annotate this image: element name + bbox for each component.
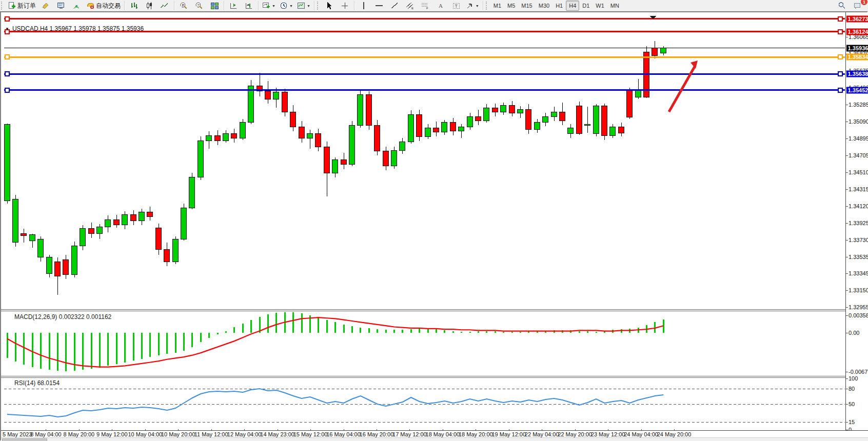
line-handle[interactable] bbox=[838, 30, 842, 34]
trendline-tool-button[interactable] bbox=[387, 0, 402, 11]
rsi-tick-mark bbox=[846, 404, 848, 405]
candle-body bbox=[349, 125, 354, 164]
auto-scroll-button[interactable] bbox=[226, 0, 241, 11]
candle-body bbox=[517, 110, 523, 113]
toolbar-grip[interactable] bbox=[317, 2, 321, 10]
trend-arrow-annotation[interactable] bbox=[669, 61, 698, 112]
time-tick-mark bbox=[178, 429, 179, 431]
horizontal-line-tool-button[interactable] bbox=[371, 0, 387, 11]
price-tick-mark bbox=[846, 307, 848, 308]
candle-body bbox=[383, 151, 388, 166]
candle-body bbox=[155, 228, 161, 249]
line-handle[interactable] bbox=[838, 17, 842, 21]
fibonacci-tool-button[interactable]: F bbox=[418, 0, 433, 11]
timeframe-button-m30[interactable]: M30 bbox=[536, 1, 553, 11]
tile-windows-button[interactable] bbox=[207, 0, 222, 11]
equidistant-channel-tool-button[interactable]: E bbox=[402, 0, 418, 11]
chart-title: USDCAD,H4 1.35967 1.35978 1.35875 1.3593… bbox=[12, 25, 144, 32]
time-axis-label: 9 May 12:00 bbox=[96, 431, 128, 437]
main-chart[interactable] bbox=[4, 13, 845, 309]
price-scale[interactable]: 1.362601.360651.358701.356751.354801.352… bbox=[845, 12, 868, 437]
time-axis-label: 19 May 12:00 bbox=[491, 431, 526, 437]
candle-body bbox=[198, 141, 203, 177]
chart-shift-button[interactable] bbox=[241, 0, 257, 11]
line-handle[interactable] bbox=[838, 88, 842, 92]
crosshair-tool-button[interactable] bbox=[337, 0, 352, 11]
time-tick-mark bbox=[377, 429, 377, 431]
autotrade-button[interactable]: 自动交易 bbox=[84, 0, 123, 11]
text-label-tool-button[interactable]: T bbox=[448, 0, 464, 11]
candle-body bbox=[467, 116, 472, 127]
line-handle[interactable] bbox=[838, 55, 842, 59]
candle-body bbox=[172, 239, 178, 262]
price-tick-mark bbox=[846, 122, 848, 122]
timeframe-button-mn[interactable]: MN bbox=[607, 1, 622, 11]
chevron-down-icon: ▼ bbox=[272, 4, 275, 8]
macd-scale-label: 0.003581 bbox=[849, 312, 868, 318]
line-handle[interactable] bbox=[5, 72, 9, 76]
arrows-tool-button[interactable]: ▼ bbox=[464, 0, 481, 11]
time-axis-label: 16 May 20:00 bbox=[360, 431, 394, 437]
time-axis[interactable]: 5 May 20238 May 04:008 May 20:009 May 12… bbox=[1, 430, 868, 438]
tile-windows-icon bbox=[210, 2, 219, 10]
candle-body bbox=[130, 215, 136, 221]
signal-button[interactable] bbox=[69, 0, 84, 11]
macd-tick-mark bbox=[846, 372, 848, 372]
styler-button[interactable] bbox=[38, 0, 53, 11]
price-tick-mark bbox=[846, 138, 848, 139]
timeframe-button-d1[interactable]: D1 bbox=[579, 1, 593, 11]
scrollbar-thumb[interactable] bbox=[2, 438, 47, 441]
zoom-in-button[interactable] bbox=[176, 0, 191, 11]
candle-body bbox=[122, 215, 128, 225]
new-order-button[interactable]: 新订单 bbox=[6, 0, 38, 11]
template-button[interactable]: ▼ bbox=[295, 0, 312, 11]
rsi-scale-label: 80 bbox=[849, 386, 855, 392]
vertical-line-icon bbox=[360, 2, 368, 10]
line-handle[interactable] bbox=[5, 88, 9, 92]
period-button[interactable]: ▼ bbox=[278, 0, 295, 11]
line-handle[interactable] bbox=[838, 72, 842, 76]
auto-scroll-icon bbox=[229, 2, 238, 10]
bar-chart-button[interactable] bbox=[126, 0, 142, 11]
line-handle[interactable] bbox=[5, 17, 9, 21]
equidistant-channel-icon: E bbox=[406, 2, 414, 10]
candle-body bbox=[164, 249, 170, 262]
text-icon: A bbox=[437, 2, 445, 10]
candlestick-chart-button[interactable] bbox=[142, 0, 157, 11]
price-tick-mark bbox=[846, 206, 848, 207]
candle-body bbox=[324, 147, 329, 173]
candle-body bbox=[543, 116, 548, 123]
time-axis-label: 24 May 20:00 bbox=[657, 431, 692, 437]
search-button[interactable] bbox=[834, 0, 850, 11]
new-chart-button[interactable]: ▼ bbox=[260, 0, 278, 11]
macd-panel[interactable] bbox=[4, 311, 845, 376]
timeframe-button-m1[interactable]: M1 bbox=[490, 1, 504, 11]
candle-body bbox=[551, 112, 557, 116]
time-axis-label: 15 May 12:00 bbox=[293, 431, 328, 437]
metaeditor-button[interactable] bbox=[53, 0, 69, 11]
autotrade-icon bbox=[86, 2, 94, 10]
price-level-badge: 1.35834 bbox=[846, 54, 868, 61]
timeframe-button-m15[interactable]: M15 bbox=[518, 1, 535, 11]
vertical-line-tool-button[interactable] bbox=[356, 0, 371, 11]
timeframe-button-m5[interactable]: M5 bbox=[504, 1, 518, 11]
timeframe-button-h1[interactable]: H1 bbox=[553, 1, 566, 11]
toolbar-grip[interactable] bbox=[486, 2, 489, 10]
text-tool-button[interactable]: A bbox=[433, 0, 448, 11]
timeframe-button-w1[interactable]: W1 bbox=[593, 1, 607, 11]
time-axis-label: 11 May 12:00 bbox=[194, 431, 228, 437]
notification-badge: 1 bbox=[861, 0, 867, 5]
horizontal-scrollbar[interactable] bbox=[1, 437, 868, 441]
line-handle[interactable] bbox=[5, 55, 9, 59]
cursor-tool-button[interactable] bbox=[322, 0, 337, 11]
line-chart-button[interactable] bbox=[157, 0, 172, 11]
symbol-dropdown-icon[interactable]: ▼ bbox=[5, 27, 9, 31]
new-order-label: 新订单 bbox=[17, 2, 36, 10]
notifications-button[interactable]: 1 bbox=[850, 0, 865, 11]
toolbar-grip[interactable] bbox=[1, 2, 5, 10]
timeframe-button-h4[interactable]: H4 bbox=[566, 1, 579, 11]
candle-body bbox=[88, 229, 94, 234]
rsi-panel[interactable] bbox=[4, 378, 845, 430]
zoom-out-button[interactable] bbox=[191, 0, 207, 11]
rsi-line bbox=[7, 389, 663, 417]
